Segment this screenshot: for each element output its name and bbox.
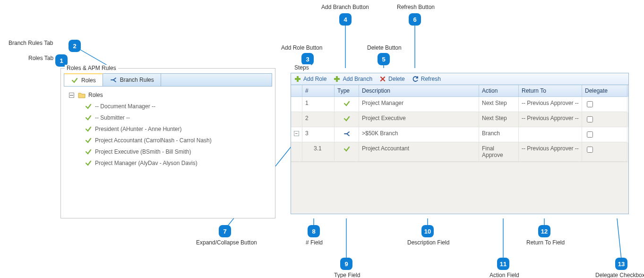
grid-row[interactable]: 3.1 Project Accountant Final Approve -- … — [291, 142, 628, 162]
cell-type[interactable] — [335, 142, 359, 162]
callout-label-12: Return To Field — [526, 239, 565, 246]
tree-item-label: Project Accountant (CarrolNash - Carrol … — [95, 137, 212, 144]
steps-panel: Steps Add Role Add Branch Delete Refresh — [291, 68, 629, 218]
cell-action[interactable]: Next Step — [479, 112, 519, 127]
branch-icon — [110, 76, 117, 84]
cell-returnto[interactable] — [519, 127, 582, 142]
cell-delegate[interactable] — [582, 97, 627, 112]
delete-button[interactable]: Delete — [379, 75, 405, 83]
cell-type[interactable] — [335, 127, 359, 142]
cell-type[interactable] — [335, 97, 359, 112]
grid-filler — [291, 162, 628, 214]
callout-label-11: Action Field — [489, 272, 519, 278]
steps-panel-title: Steps — [292, 64, 311, 71]
callout-label-6: Refresh Button — [397, 4, 435, 10]
cell-desc[interactable]: >$50K Branch — [359, 127, 479, 142]
minus-icon[interactable]: − — [294, 131, 299, 136]
add-role-label: Add Role — [303, 76, 326, 82]
tree-item-label: -- Submitter -- — [95, 114, 130, 121]
delete-icon — [379, 75, 386, 83]
cell-num[interactable]: 3 — [302, 127, 335, 142]
cell-desc[interactable]: Project Accountant — [359, 142, 479, 162]
tabs-bar: Roles Branch Rules — [64, 73, 272, 87]
col-num[interactable]: # — [302, 85, 335, 97]
cell-expander — [291, 142, 302, 162]
cell-returnto[interactable]: -- Previous Approver -- — [519, 112, 582, 127]
cell-expander — [291, 97, 302, 112]
cell-num[interactable]: 1 — [302, 97, 335, 112]
col-expander — [291, 85, 302, 97]
svg-rect-5 — [334, 78, 340, 80]
col-desc[interactable]: Description — [359, 85, 479, 97]
cell-returnto[interactable]: -- Previous Approver -- — [519, 97, 582, 112]
roles-tree: Roles -- Document Manager -- -- Submitte… — [64, 87, 272, 172]
refresh-button[interactable]: Refresh — [412, 75, 441, 83]
collapse-icon[interactable] — [68, 91, 75, 99]
grid-row[interactable]: − 3 >$50K Branch Branch — [291, 127, 628, 142]
check-icon — [85, 114, 92, 122]
tree-item[interactable]: -- Submitter -- — [68, 112, 268, 123]
add-role-button[interactable]: Add Role — [294, 75, 326, 83]
col-action[interactable]: Action — [479, 85, 519, 97]
check-icon — [343, 145, 351, 153]
tab-roles-label: Roles — [81, 77, 96, 84]
tree-item-label: President (AHunter - Anne Hunter) — [95, 126, 181, 132]
callout-num-8: 8 — [308, 225, 320, 237]
tree-item[interactable]: Project Executive (BSmith - Bill Smith) — [68, 146, 268, 157]
callout-label-1: Roles Tab — [28, 55, 53, 61]
tab-branch-rules[interactable]: Branch Rules — [103, 74, 161, 86]
roles-apm-panel: Roles & APM Rules Roles Branch Rules — [60, 68, 275, 218]
col-returnto[interactable]: Return To — [519, 85, 582, 97]
callout-label-13: Delegate Checkbox — [595, 272, 644, 278]
col-delegate[interactable]: Delegate — [582, 85, 627, 97]
add-branch-label: Add Branch — [343, 76, 372, 82]
tree-root-roles[interactable]: Roles — [68, 89, 268, 101]
tree-item-label: Project Manager (AlyDav - Alyson Davis) — [95, 160, 197, 166]
cell-action[interactable]: Next Step — [479, 97, 519, 112]
svg-rect-3 — [295, 78, 301, 80]
add-branch-button[interactable]: Add Branch — [333, 75, 372, 83]
delete-label: Delete — [388, 76, 405, 82]
folder-icon — [78, 91, 86, 99]
check-icon — [343, 100, 351, 107]
tree-item[interactable]: Project Accountant (CarrolNash - Carrol … — [68, 135, 268, 146]
tree-item[interactable]: Project Manager (AlyDav - Alyson Davis) — [68, 157, 268, 169]
tab-roles[interactable]: Roles — [64, 73, 103, 86]
branch-icon — [343, 130, 351, 138]
cell-returnto[interactable]: -- Previous Approver -- — [519, 142, 582, 162]
tree-item[interactable]: -- Document Manager -- — [68, 101, 268, 112]
grid-row[interactable]: 1 Project Manager Next Step -- Previous … — [291, 97, 628, 112]
callout-label-9: Type Field — [334, 272, 360, 278]
cell-delegate[interactable] — [582, 142, 627, 162]
delegate-checkbox[interactable] — [587, 147, 593, 153]
grid-row[interactable]: 2 Project Executive Next Step -- Previou… — [291, 112, 628, 127]
cell-type[interactable] — [335, 112, 359, 127]
tree-item[interactable]: President (AHunter - Anne Hunter) — [68, 123, 268, 135]
cell-delegate[interactable] — [582, 127, 627, 142]
tree-item-label: -- Document Manager -- — [95, 103, 155, 110]
callout-num-11: 11 — [497, 258, 509, 270]
cell-delegate[interactable] — [582, 112, 627, 127]
col-type[interactable]: Type — [335, 85, 359, 97]
check-icon — [85, 137, 92, 144]
callout-num-13: 13 — [615, 258, 627, 270]
cell-expander[interactable]: − — [291, 127, 302, 142]
callout-num-2: 2 — [69, 40, 81, 52]
cell-desc[interactable]: Project Executive — [359, 112, 479, 127]
callout-label-10: Description Field — [407, 239, 449, 246]
delegate-checkbox[interactable] — [587, 101, 593, 107]
cell-num[interactable]: 3.1 — [302, 142, 335, 162]
callout-label-2: Branch Rules Tab — [9, 40, 53, 46]
cell-num[interactable]: 2 — [302, 112, 335, 127]
delegate-checkbox[interactable] — [587, 116, 593, 122]
roles-apm-panel-title: Roles & APM Rules — [65, 65, 118, 71]
callout-num-5: 5 — [378, 53, 390, 65]
check-icon — [85, 125, 92, 133]
cell-desc[interactable]: Project Manager — [359, 97, 479, 112]
cell-action[interactable]: Final Approve — [479, 142, 519, 162]
callout-num-6: 6 — [409, 13, 421, 26]
callout-label-4: Add Branch Button — [321, 4, 369, 10]
callout-num-10: 10 — [421, 225, 434, 237]
cell-action[interactable]: Branch — [479, 127, 519, 142]
delegate-checkbox[interactable] — [587, 131, 593, 138]
